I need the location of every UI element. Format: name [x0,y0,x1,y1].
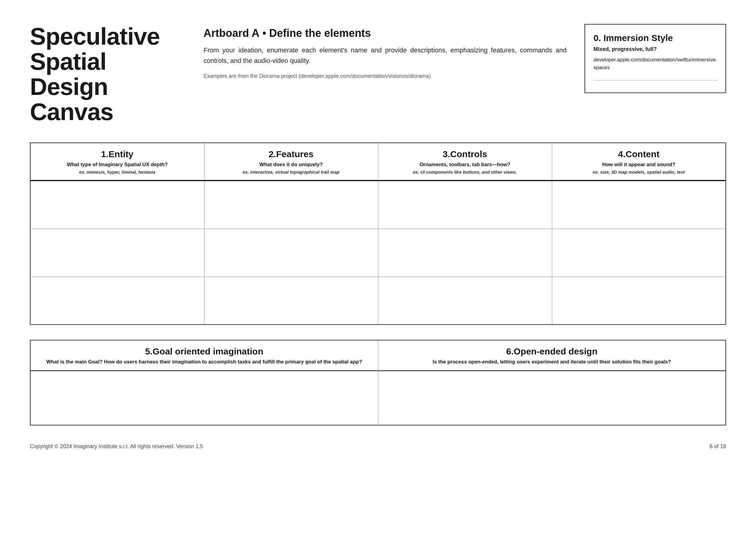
immersion-title: 0. Immersion Style [593,33,717,43]
col1-example: ex. mimesis, hyper, liminal, fantasia [37,169,198,175]
artboard-prefix: Artboard A [203,27,259,39]
artboard-heading: Artboard A•Define the elements [203,27,567,40]
bottom-col-header-2: 6.Open-ended design Is the process open-… [378,340,726,371]
table-row [30,229,726,277]
col-header-1: 1.Entity What type of Imaginary Spatial … [30,143,204,181]
col1-title: 1.Entity [37,149,198,159]
artboard-suffix: Define the elements [269,27,371,39]
cell-r2c2[interactable] [204,229,378,277]
page-container: Speculative Spatial Design Canvas Artboa… [30,24,726,450]
bottom-cell-r1c2[interactable] [378,371,726,425]
immersion-box: 0. Immersion Style Mixed, progressive, f… [584,24,726,93]
col4-title: 4.Content [559,149,719,159]
artboard-bullet: • [262,27,266,39]
footer: Copyright © 2024 Imaginary Institute s.r… [30,443,726,450]
cell-r3c4[interactable] [552,277,726,324]
immersion-subtitle: Mixed, progressive, full? [593,46,717,52]
footer-copyright: Copyright © 2024 Imaginary Institute s.r… [30,443,203,450]
bottom-cell-r1c1[interactable] [30,371,378,425]
bcol2-title: 6.Open-ended design [386,346,718,356]
col-header-3: 3.Controls Ornaments, toolbars, tab bars… [378,143,552,181]
cell-r1c3[interactable] [378,181,552,229]
col2-title: 2.Features [211,149,371,159]
bottom-header-row: 5.Goal oriented imagination What is the … [30,340,726,371]
cell-r1c2[interactable] [204,181,378,229]
col2-question: What does it do uniquely? [211,162,371,168]
bcol2-question: Is the process open-ended, letting users… [386,359,718,365]
table-row [30,277,726,324]
col3-example: ex. UI components like buttons, and othe… [385,169,545,175]
cell-r3c1[interactable] [30,277,204,324]
artboard-description: From your ideation, enumerate each eleme… [203,45,567,66]
cell-r3c2[interactable] [204,277,378,324]
col-header-2: 2.Features What does it do uniquely? ex.… [204,143,378,181]
footer-page: 6 of 18 [710,443,726,450]
header-row: 1.Entity What type of Imaginary Spatial … [30,143,726,181]
bottom-col-header-1: 5.Goal oriented imagination What is the … [30,340,378,371]
artboard-examples: Examples are from the Diorama project (d… [203,73,567,79]
main-title: Speculative Spatial Design Canvas [30,24,186,125]
cell-r1c4[interactable] [552,181,726,229]
cell-r2c4[interactable] [552,229,726,277]
col3-question: Ornaments, toolbars, tab bars—how? [385,162,545,168]
col4-example: ex. size, 3D map models, spatial audio, … [559,169,719,175]
immersion-link: developer.apple.com/documentation/swiftu… [593,56,717,71]
bottom-grid: 5.Goal oriented imagination What is the … [30,340,726,425]
cell-r2c3[interactable] [378,229,552,277]
col-header-4: 4.Content How will it appear and sound? … [552,143,726,181]
title-block: Speculative Spatial Design Canvas [30,24,186,125]
col4-question: How will it appear and sound? [559,162,719,168]
artboard-block: Artboard A•Define the elements From your… [203,24,567,79]
bcol1-question: What is the main Goal? How do users harn… [38,359,371,365]
col3-title: 3.Controls [385,149,545,159]
col2-example: ex. interactive, virtual topographical t… [211,169,371,175]
cell-r1c1[interactable] [30,181,204,229]
cell-r3c3[interactable] [378,277,552,324]
cell-r2c1[interactable] [30,229,204,277]
bcol1-title: 5.Goal oriented imagination [38,346,371,356]
table-row [30,371,726,425]
col1-question: What type of Imaginary Spatial UX depth? [37,162,198,168]
main-grid: 1.Entity What type of Imaginary Spatial … [30,143,726,325]
header-section: Speculative Spatial Design Canvas Artboa… [30,24,726,125]
table-row [30,181,726,229]
